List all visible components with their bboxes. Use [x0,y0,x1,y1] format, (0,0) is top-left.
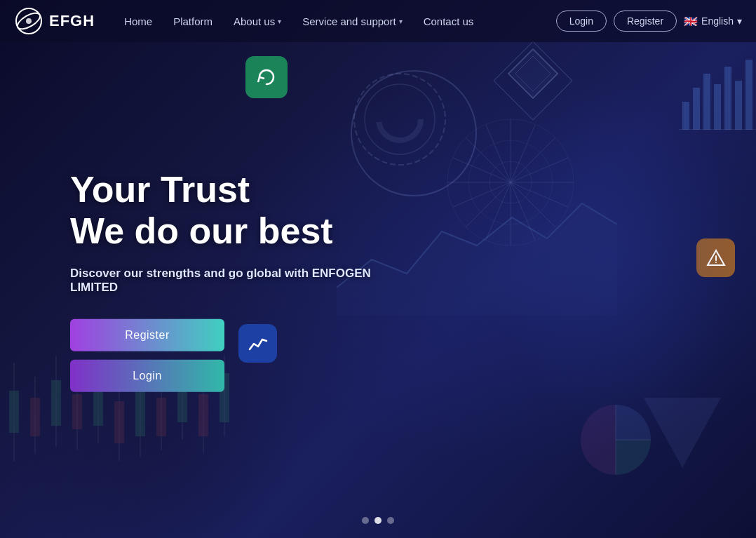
service-dropdown-caret: ▾ [399,18,403,25]
person-bg-decoration [405,42,756,519]
navbar: EFGH Home Platform About us ▾ Service an… [0,0,756,42]
hero-login-button[interactable]: Login [70,360,224,392]
register-button[interactable]: Register [614,11,677,32]
svg-point-50 [365,84,435,154]
about-dropdown-caret: ▾ [278,18,281,25]
svg-point-49 [354,74,445,165]
svg-rect-45 [156,398,166,436]
carousel-dots [362,517,394,524]
svg-rect-39 [30,398,40,436]
float-icon-refresh [245,56,288,98]
nav-right: Login Register 🇬🇧 English ▾ [556,11,742,32]
dot-1[interactable] [362,517,369,524]
lang-caret: ▾ [737,15,742,27]
dot-2[interactable] [374,517,382,524]
hero-subtitle: Discover our strengths and go global wit… [70,267,421,295]
nav-links: Home Platform About us ▾ Service and sup… [116,10,556,33]
flag-icon: 🇬🇧 [684,15,698,28]
hero-title: Your Trust We do our best [70,168,421,253]
logo-icon [14,6,43,36]
language-label: English [701,15,734,27]
logo-area[interactable]: EFGH [14,6,95,36]
svg-rect-43 [114,401,124,443]
donut-chart-decoration [344,63,456,175]
nav-about[interactable]: About us ▾ [225,10,290,33]
svg-rect-40 [51,380,61,426]
svg-point-54 [26,18,32,24]
nav-platform[interactable]: Platform [165,10,221,33]
svg-point-51 [379,98,421,140]
hero-content: Your Trust We do our best Discover our s… [70,168,421,392]
nav-contact[interactable]: Contact us [415,10,482,33]
logo-text: EFGH [49,12,95,30]
login-button[interactable]: Login [556,11,607,32]
svg-rect-47 [198,394,208,436]
svg-rect-41 [72,394,82,429]
nav-service[interactable]: Service and support ▾ [294,10,410,33]
dot-3[interactable] [387,517,394,524]
nav-home[interactable]: Home [116,10,161,33]
language-selector[interactable]: 🇬🇧 English ▾ [684,15,742,28]
svg-rect-44 [135,387,145,436]
hero-section: EFGH Home Platform About us ▾ Service an… [0,0,756,538]
svg-rect-38 [9,391,19,433]
hero-buttons: Register Login [70,319,224,392]
hero-register-button[interactable]: Register [70,319,224,351]
